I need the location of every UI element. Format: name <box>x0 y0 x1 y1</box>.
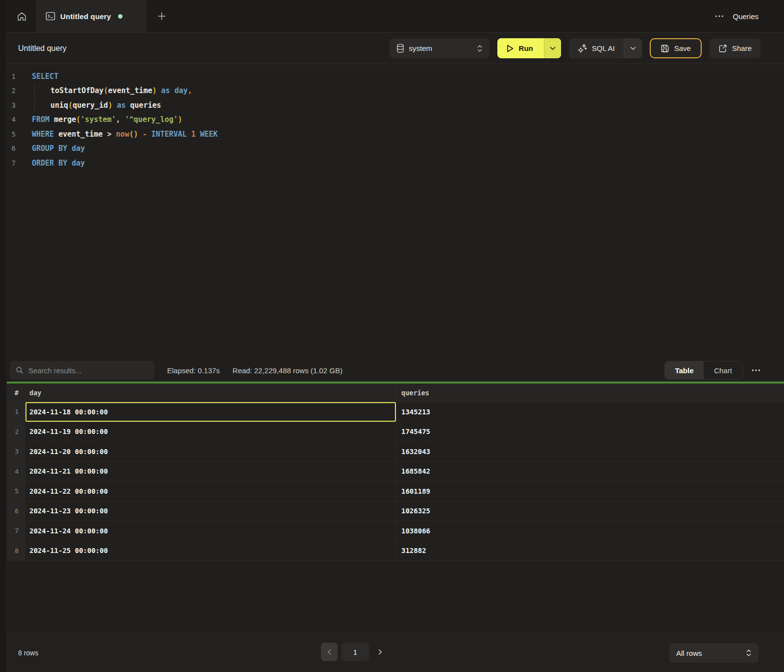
code-lines: 1SELECT2toStartOfDay(event_time) as day,… <box>0 69 784 170</box>
code-line[interactable]: 1SELECT <box>0 69 784 84</box>
results-table: # day queries 12024-11-18 00:00:00134521… <box>0 384 784 561</box>
cell-queries[interactable]: 1685842 <box>396 462 784 481</box>
more-options-button[interactable] <box>715 15 724 18</box>
column-header-queries[interactable]: queries <box>396 384 784 402</box>
code-text: SELECT <box>23 72 58 81</box>
share-button-label: Share <box>732 44 752 52</box>
database-icon <box>396 44 404 53</box>
cell-queries[interactable]: 1038066 <box>396 521 784 541</box>
cell-day[interactable]: 2024-11-23 00:00:00 <box>25 502 396 521</box>
column-header-day[interactable]: day <box>25 389 396 397</box>
code-line[interactable]: 4FROM merge('system', '^query_log') <box>0 113 784 127</box>
unsaved-changes-dot <box>118 14 122 19</box>
sql-ai-button[interactable]: SQL AI <box>569 38 624 58</box>
code-line[interactable]: 6GROUP BY day <box>0 142 784 156</box>
code-text: ORDER BY day <box>23 159 85 168</box>
run-button-group: Run <box>497 38 561 58</box>
plus-icon <box>157 12 166 21</box>
chevron-down-icon <box>630 47 636 50</box>
tab-chart[interactable]: Chart <box>704 361 742 379</box>
view-toggle: Table Chart <box>664 361 743 380</box>
tab-title: Untitled query <box>60 12 111 21</box>
save-button[interactable]: Save <box>650 38 702 58</box>
ellipsis-icon <box>752 369 760 372</box>
updown-chevron-icon <box>477 44 483 53</box>
table-row[interactable]: 72024-11-24 00:00:001038066 <box>0 521 784 541</box>
chevron-down-icon <box>550 47 556 50</box>
terminal-icon <box>46 12 55 21</box>
code-line[interactable]: 2toStartOfDay(event_time) as day, <box>0 84 784 98</box>
ellipsis-icon <box>715 15 724 18</box>
updown-chevron-icon <box>746 648 752 657</box>
code-line[interactable]: 3uniq(query_id) as queries <box>0 98 784 113</box>
cell-day[interactable]: 2024-11-24 00:00:00 <box>25 521 396 541</box>
results-more-button[interactable] <box>752 369 760 372</box>
table-row[interactable]: 32024-11-20 00:00:001632043 <box>0 442 784 462</box>
sql-ai-button-group: SQL AI <box>569 38 642 58</box>
results-toolbar: Elapsed: 0.137s Read: 22,229,488 rows (1… <box>0 359 784 382</box>
home-icon <box>17 11 27 22</box>
cell-day[interactable]: 2024-11-19 00:00:00 <box>25 422 396 442</box>
external-link-icon <box>718 44 727 53</box>
save-icon <box>661 44 669 53</box>
sql-ai-options-button[interactable] <box>624 38 642 58</box>
cell-queries[interactable]: 1601189 <box>396 481 784 501</box>
query-header: Untitled query system <box>0 33 784 64</box>
code-text: uniq(query_id) as queries <box>23 101 161 110</box>
table-row[interactable]: 12024-11-18 00:00:001345213 <box>0 402 784 422</box>
code-line[interactable]: 7ORDER BY day <box>0 156 784 170</box>
search-results-input[interactable] <box>28 366 148 375</box>
code-text: WHERE event_time > now() - INTERVAL 1 WE… <box>23 130 218 139</box>
cell-queries[interactable]: 1632043 <box>396 442 784 461</box>
page-size-selector[interactable]: All rows <box>669 643 759 663</box>
cell-queries[interactable]: 1745475 <box>396 422 784 442</box>
indent-guide <box>34 99 35 111</box>
queries-menu[interactable]: Queries <box>733 12 759 21</box>
cell-day[interactable]: 2024-11-21 00:00:00 <box>25 462 396 481</box>
cell-queries[interactable]: 1026325 <box>396 502 784 521</box>
table-row[interactable]: 22024-11-19 00:00:001745475 <box>0 422 784 442</box>
current-page-button[interactable]: 1 <box>342 643 369 661</box>
sql-editor[interactable]: 1SELECT2toStartOfDay(event_time) as day,… <box>0 64 784 359</box>
window-edge-strip <box>0 0 7 672</box>
table-row[interactable]: 82024-11-25 00:00:00312882 <box>0 541 784 561</box>
elapsed-stat: Elapsed: 0.137s <box>167 366 220 375</box>
search-results-box <box>10 361 154 380</box>
code-line[interactable]: 5WHERE event_time > now() - INTERVAL 1 W… <box>0 127 784 142</box>
run-options-button[interactable] <box>544 38 561 58</box>
page-size-value: All rows <box>676 649 741 657</box>
table-row[interactable]: 52024-11-22 00:00:001601189 <box>0 481 784 502</box>
page-title: Untitled query <box>18 44 67 53</box>
cell-day[interactable]: 2024-11-22 00:00:00 <box>25 481 396 501</box>
table-header-row: # day queries <box>0 384 784 402</box>
cell-queries[interactable]: 312882 <box>396 541 784 561</box>
table-body: 12024-11-18 00:00:00134521322024-11-19 0… <box>0 402 784 561</box>
chevron-left-icon <box>327 649 331 655</box>
sql-ai-button-label: SQL AI <box>592 44 615 52</box>
cell-day[interactable]: 2024-11-25 00:00:00 <box>25 541 396 561</box>
run-button[interactable]: Run <box>497 38 544 58</box>
tab-bar: Untitled query Queries <box>0 0 784 33</box>
code-text: toStartOfDay(event_time) as day, <box>23 86 192 95</box>
sparkles-icon <box>578 44 587 53</box>
next-page-button[interactable] <box>373 643 388 661</box>
database-selector-value: system <box>409 44 472 52</box>
tab-untitled-query[interactable]: Untitled query <box>37 0 147 32</box>
results-footer: 8 rows 1 All rows <box>0 633 784 672</box>
table-row[interactable]: 42024-11-21 00:00:001685842 <box>0 462 784 482</box>
chevron-right-icon <box>378 649 382 655</box>
database-selector[interactable]: system <box>390 38 490 58</box>
cell-queries[interactable]: 1345213 <box>396 402 784 422</box>
cell-day-selected[interactable]: 2024-11-18 00:00:00 <box>25 402 396 422</box>
previous-page-button[interactable] <box>321 643 338 661</box>
home-button[interactable] <box>7 0 37 32</box>
cell-day[interactable]: 2024-11-20 00:00:00 <box>25 442 396 461</box>
new-tab-button[interactable] <box>147 0 177 32</box>
search-icon <box>16 366 24 374</box>
code-text: GROUP BY day <box>23 144 85 153</box>
indent-guide <box>34 85 35 96</box>
play-icon <box>506 44 514 53</box>
table-row[interactable]: 62024-11-23 00:00:001026325 <box>0 502 784 522</box>
tab-table[interactable]: Table <box>665 361 704 379</box>
share-button[interactable]: Share <box>710 38 760 58</box>
